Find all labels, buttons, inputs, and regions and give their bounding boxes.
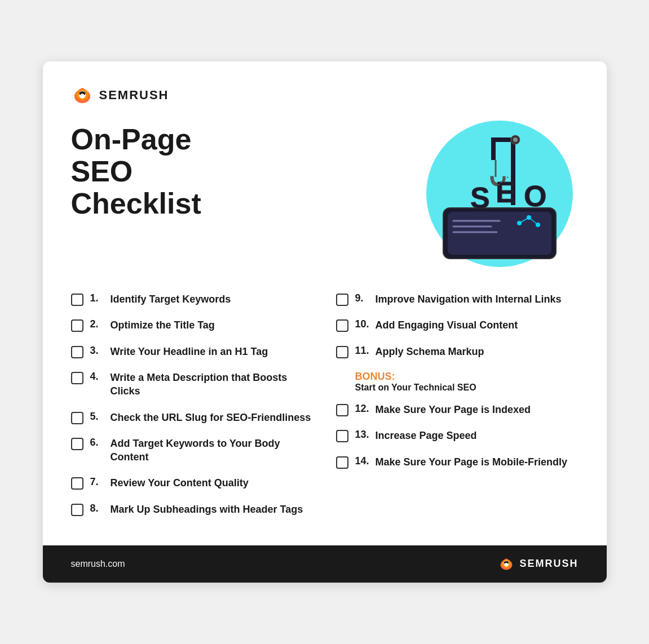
page-title: On-Page SEO Checklist	[71, 123, 251, 220]
checkbox[interactable]	[71, 372, 83, 384]
checklist-item: 14. Make Sure Your Page is Mobile-Friend…	[336, 455, 579, 469]
bonus-subtitle: Start on Your Technical SEO	[355, 383, 579, 393]
checklist-item: 4. Write a Meta Description that Boosts …	[71, 371, 314, 398]
right-checklist-bottom: 12. Make Sure Your Page is Indexed 13. I…	[336, 403, 579, 469]
checkbox[interactable]	[71, 438, 83, 450]
bonus-label: BONUS:	[355, 371, 579, 383]
svg-rect-16	[491, 137, 496, 160]
checklist-item: 1. Identify Target Keywords	[71, 292, 314, 306]
checklist-item: 7. Review Your Content Quality	[71, 476, 314, 490]
card-body: SEMRUSH On-Page SEO Checklist	[43, 61, 607, 545]
checklist-item: 9. Improve Navigation with Internal Link…	[336, 292, 579, 306]
svg-rect-5	[448, 212, 551, 255]
checklist-item: 13. Increase Page Speed	[336, 429, 579, 442]
checklist-item: 5. Check the URL Slug for SEO-Friendline…	[71, 411, 314, 424]
checkbox[interactable]	[71, 504, 83, 516]
seo-illustration: S E O	[387, 118, 579, 276]
footer-logo: SEMRUSH	[498, 556, 578, 572]
checkbox[interactable]	[336, 294, 348, 306]
brand-name: SEMRUSH	[99, 88, 169, 103]
right-checklist-col: 9. Improve Navigation with Internal Link…	[336, 292, 579, 528]
checklist-columns: 1. Identify Target Keywords 2. Optimize …	[71, 292, 579, 528]
svg-point-23	[513, 137, 518, 142]
checkbox[interactable]	[71, 346, 83, 358]
footer-logo-icon	[498, 556, 515, 572]
checklist-item: 8. Mark Up Subheadings with Header Tags	[71, 503, 314, 516]
footer-url: semrush.com	[71, 559, 125, 569]
checklist-item: 10. Add Engaging Visual Content	[336, 318, 579, 332]
checkbox[interactable]	[336, 456, 348, 469]
header: SEMRUSH	[71, 84, 579, 106]
checklist-item: 12. Make Sure Your Page is Indexed	[336, 403, 579, 416]
bonus-section: BONUS: Start on Your Technical SEO	[336, 371, 579, 393]
card-footer: semrush.com SEMRUSH	[43, 545, 607, 583]
semrush-logo-icon	[71, 84, 94, 106]
checkbox[interactable]	[71, 477, 83, 490]
svg-text:O: O	[524, 180, 546, 212]
svg-text:E: E	[496, 176, 515, 208]
card: SEMRUSH On-Page SEO Checklist	[43, 61, 607, 583]
checkbox[interactable]	[71, 412, 83, 424]
checklist-item: 2. Optimize the Title Tag	[71, 318, 314, 332]
left-checklist-col: 1. Identify Target Keywords 2. Optimize …	[71, 292, 314, 528]
checkbox[interactable]	[71, 294, 83, 306]
checklist-item: 11. Apply Schema Markup	[336, 345, 579, 358]
footer-brand-name: SEMRUSH	[519, 558, 578, 570]
svg-text:S: S	[470, 181, 490, 214]
right-checklist: 9. Improve Navigation with Internal Link…	[336, 292, 579, 358]
checklist-item: 6. Add Target Keywords to Your Body Cont…	[71, 437, 314, 464]
checkbox[interactable]	[336, 346, 348, 358]
checkbox[interactable]	[71, 319, 83, 332]
checklist-item: 3. Write Your Headline in an H1 Tag	[71, 345, 314, 358]
checkbox[interactable]	[336, 430, 348, 442]
checkbox[interactable]	[336, 404, 348, 416]
title-row: On-Page SEO Checklist	[71, 123, 579, 276]
left-checklist: 1. Identify Target Keywords 2. Optimize …	[71, 292, 314, 516]
checkbox[interactable]	[336, 319, 348, 332]
